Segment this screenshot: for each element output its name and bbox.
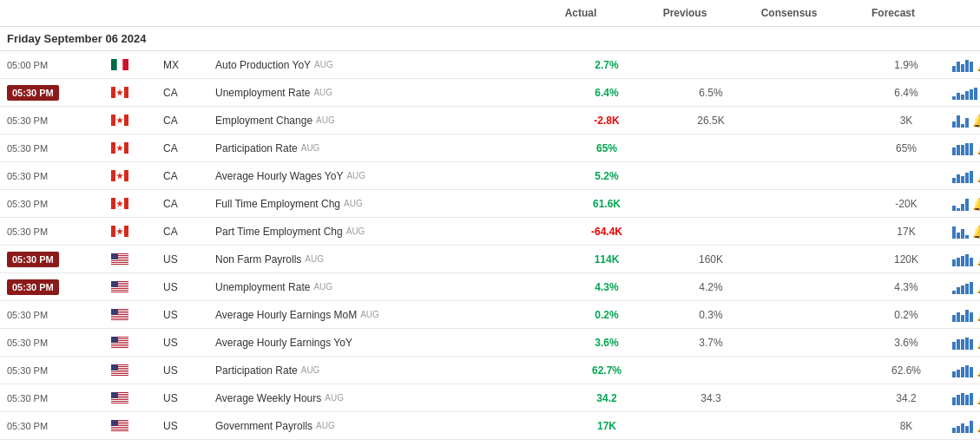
- svg-rect-50: [961, 204, 964, 211]
- forecast-value: 34.2: [896, 392, 916, 404]
- svg-rect-142: [111, 426, 128, 427]
- bell-icon[interactable]: 🔔: [972, 225, 980, 239]
- consensus-col: [763, 117, 867, 124]
- forecast-value: -20K: [895, 198, 917, 210]
- event-tag: AUG: [344, 199, 363, 208]
- chart-icon[interactable]: [952, 419, 973, 433]
- previous-value: 160K: [699, 253, 723, 266]
- svg-rect-16: [970, 89, 973, 100]
- table-row: 05:30 PM CA Average Hourly Wages YoY AUG…: [0, 162, 980, 190]
- bell-icon[interactable]: 🔔: [977, 141, 980, 155]
- svg-rect-33: [965, 143, 969, 155]
- svg-rect-97: [965, 310, 969, 322]
- chart-icon[interactable]: [952, 253, 973, 266]
- actual-value: 61.6K: [593, 198, 621, 210]
- svg-rect-23: [957, 115, 960, 128]
- svg-rect-32: [961, 145, 964, 155]
- actual-value: 114K: [595, 253, 620, 266]
- country-col: CA: [156, 111, 208, 130]
- time-col: 05:30 PM: [0, 417, 104, 435]
- table-row: 05:30 PM US Unemployment Rate AUG 4.3% 4…: [0, 273, 980, 301]
- previous-col: 160K: [659, 250, 763, 269]
- chart-icon[interactable]: [952, 225, 969, 239]
- svg-rect-65: [111, 261, 128, 262]
- chart-icon[interactable]: [952, 197, 969, 211]
- forecast-value: 62.6%: [891, 364, 921, 377]
- plain-time: 05:30 PM: [7, 310, 48, 320]
- svg-rect-25: [965, 118, 969, 128]
- chart-icon[interactable]: [952, 364, 973, 377]
- event-tag: AUG: [313, 88, 332, 97]
- svg-rect-80: [111, 281, 118, 287]
- svg-rect-5: [961, 64, 964, 72]
- table-row: 05:30 PM CA Unemployment Rate AUG 6.4% 6…: [0, 79, 980, 107]
- plain-time: 05:30 PM: [7, 226, 48, 237]
- chart-icon[interactable]: [952, 336, 973, 350]
- bell-icon[interactable]: 🔔: [972, 114, 980, 128]
- forecast-col: 1.9%: [867, 56, 945, 75]
- actual-col: 2.7%: [555, 56, 659, 75]
- event-name: Part Time Employment Chg: [215, 226, 343, 238]
- chart-icon[interactable]: [952, 308, 973, 322]
- flag-col: [104, 167, 156, 185]
- forecast-col: 34.2: [867, 389, 945, 408]
- actual-value: 17K: [597, 420, 616, 432]
- event-col: Participation Rate AUG: [208, 139, 555, 158]
- svg-rect-6: [965, 60, 969, 72]
- event-tag: AUG: [301, 143, 320, 153]
- flag-col: [104, 278, 156, 296]
- actions-col: 🔔: [945, 305, 980, 325]
- highlighted-time: 05:30 PM: [7, 85, 59, 101]
- time-col: 05:30 PM: [0, 195, 104, 213]
- bell-icon[interactable]: 🔔: [977, 308, 980, 322]
- event-name: Auto Production YoY: [215, 59, 311, 71]
- plain-time: 05:30 PM: [7, 115, 48, 126]
- actual-col: 62.7%: [555, 361, 659, 380]
- chart-icon[interactable]: [952, 114, 969, 128]
- forecast-col: 62.6%: [867, 361, 945, 380]
- forecast-value: 0.2%: [894, 309, 918, 321]
- forecast-col: 4.3%: [867, 278, 945, 297]
- actual-value: -2.8K: [594, 115, 619, 127]
- svg-rect-70: [961, 256, 964, 266]
- svg-rect-43: [970, 171, 973, 183]
- svg-rect-109: [961, 339, 964, 350]
- actual-value: 65%: [596, 142, 617, 154]
- chart-icon[interactable]: [952, 280, 973, 294]
- forecast-value: 6.4%: [894, 87, 918, 99]
- chart-icon[interactable]: [952, 169, 973, 183]
- country-col: US: [156, 333, 208, 352]
- chart-icon[interactable]: [952, 391, 973, 405]
- table-row: 05:30 PM US Average Weekly Hours AUG 34.…: [0, 384, 980, 412]
- bell-icon[interactable]: 🔔: [977, 336, 980, 350]
- consensus-col: [763, 200, 867, 207]
- bell-icon[interactable]: 🔔: [977, 419, 980, 433]
- bell-icon[interactable]: 🔔: [977, 364, 980, 377]
- actions-col: 🔔: [945, 443, 980, 447]
- economic-calendar-table: Actual Previous Consensus Forecast Frida…: [0, 0, 980, 446]
- bell-icon[interactable]: 🔔: [977, 58, 980, 72]
- svg-rect-94: [952, 315, 956, 322]
- bell-icon[interactable]: 🔔: [972, 197, 980, 211]
- svg-rect-22: [952, 121, 956, 128]
- previous-col: [659, 173, 763, 180]
- country-code: US: [163, 309, 178, 321]
- svg-rect-51: [965, 199, 969, 211]
- table-row: 05:30 PM CA Participation Rate AUG 65% 6…: [0, 134, 980, 162]
- header-chart: [945, 3, 980, 23]
- svg-rect-66: [111, 263, 128, 264]
- forecast-col: 8K: [867, 416, 945, 436]
- chart-icon[interactable]: [952, 141, 973, 155]
- svg-rect-104: [111, 344, 128, 345]
- chart-icon[interactable]: [952, 58, 973, 72]
- chart-icon[interactable]: [952, 86, 977, 100]
- previous-col: [659, 62, 763, 69]
- bell-icon[interactable]: 🔔: [977, 391, 980, 405]
- event-name: Average Hourly Wages YoY: [215, 170, 343, 182]
- bell-icon[interactable]: 🔔: [977, 169, 980, 183]
- bell-icon[interactable]: 🔔: [977, 280, 980, 294]
- bell-icon[interactable]: 🔔: [977, 253, 980, 266]
- country-code: CA: [163, 226, 178, 238]
- svg-rect-31: [957, 145, 960, 155]
- svg-rect-49: [957, 208, 960, 211]
